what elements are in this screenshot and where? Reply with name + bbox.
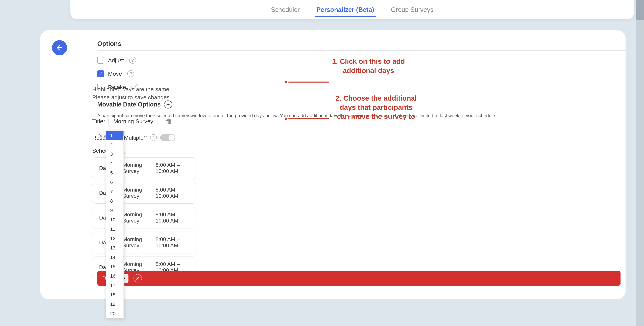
- dropdown-scrollbar-thumb: [122, 131, 124, 136]
- dropdown-item[interactable]: 10: [106, 215, 124, 225]
- listed-day-row: Day: [97, 131, 626, 141]
- retake-checkbox[interactable]: [97, 84, 104, 90]
- options-header: Options: [97, 40, 122, 47]
- main-card: Highlighted days are the same. Please ad…: [40, 30, 626, 299]
- option-move-row: Move ?: [97, 70, 134, 77]
- dropdown-item[interactable]: 8: [106, 196, 124, 206]
- retake-label: Retake: [108, 84, 126, 90]
- scrollbar-thumb[interactable]: [636, 0, 644, 20]
- red-bar-close-button[interactable]: ✕: [134, 274, 142, 283]
- dropdown-item[interactable]: 9: [106, 206, 124, 215]
- dropdown-item[interactable]: 19: [106, 300, 124, 309]
- option-adjust-row: Adjust ?: [97, 57, 136, 64]
- dropdown-item[interactable]: 17: [106, 281, 124, 290]
- dropdown-item[interactable]: 7: [106, 187, 124, 196]
- move-checkbox[interactable]: [97, 70, 104, 77]
- movable-description: A participant can move their selected su…: [97, 112, 620, 119]
- adjust-checkbox[interactable]: [97, 57, 104, 64]
- dropdown-item[interactable]: 2: [106, 140, 124, 150]
- retake-help-icon[interactable]: ?: [132, 84, 138, 90]
- dropdown-item[interactable]: 18: [106, 290, 124, 300]
- add-days-button[interactable]: +: [164, 100, 172, 109]
- dropdown-item[interactable]: 3: [106, 150, 124, 159]
- dropdown-item[interactable]: 11: [106, 225, 124, 234]
- adjust-help-icon[interactable]: ?: [129, 57, 136, 64]
- dropdown-item[interactable]: 16: [106, 271, 124, 281]
- dropdown-item[interactable]: 20: [106, 309, 124, 318]
- dropdown-item[interactable]: 5: [106, 168, 124, 178]
- dropdown-item[interactable]: 14: [106, 253, 124, 262]
- tab-group-surveys[interactable]: Group Surveys: [389, 3, 435, 17]
- tab-scheduler[interactable]: Scheduler: [269, 3, 301, 17]
- days-list-area: Day 1234567891011121314151617181920: [97, 131, 626, 276]
- dropdown-item[interactable]: 12: [106, 234, 124, 243]
- red-bar: Day 1 ▾ ✕: [97, 271, 620, 286]
- dropdown-item[interactable]: 6: [106, 178, 124, 187]
- move-label: Move: [108, 70, 122, 77]
- dropdown-scrollbar[interactable]: [122, 131, 124, 318]
- dropdown-item[interactable]: 4: [106, 159, 124, 168]
- dropdown-item[interactable]: 1: [106, 131, 124, 140]
- movable-header: Movable Date Options +: [97, 100, 172, 109]
- options-divider: [97, 50, 626, 51]
- day-number-dropdown[interactable]: 1234567891011121314151617181920: [106, 131, 124, 319]
- tab-bar: Scheduler Personalizer (Beta) Group Surv…: [70, 0, 634, 19]
- dropdown-item[interactable]: 15: [106, 262, 124, 271]
- option-retake-row: Retake ?: [97, 84, 138, 90]
- movable-header-text: Movable Date Options: [97, 101, 161, 108]
- back-icon: [55, 43, 64, 52]
- adjust-label: Adjust: [108, 57, 124, 64]
- dropdown-items: 1234567891011121314151617181920: [106, 131, 124, 318]
- tab-personalizer[interactable]: Personalizer (Beta): [315, 3, 376, 17]
- scrollbar-track: [636, 0, 644, 326]
- back-button[interactable]: [52, 40, 67, 55]
- move-help-icon[interactable]: ?: [127, 70, 134, 77]
- dropdown-item[interactable]: 13: [106, 243, 124, 253]
